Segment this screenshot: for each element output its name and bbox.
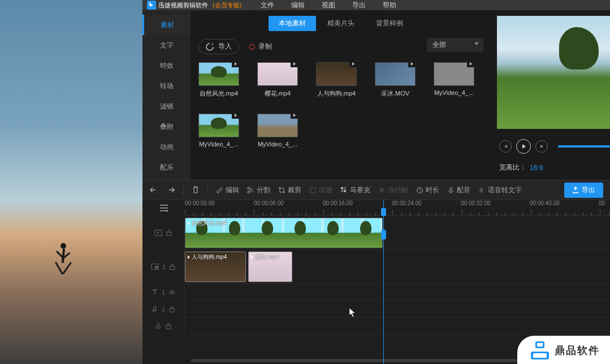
sidebar-item-filter[interactable]: 滤镜 bbox=[142, 96, 191, 116]
audio-track-head[interactable]: 1 bbox=[142, 301, 185, 318]
mic-track-icon bbox=[155, 323, 162, 330]
media-item[interactable]: MyVideo_4_... bbox=[198, 114, 239, 148]
sidebar-item-material[interactable]: 素材 bbox=[142, 15, 191, 35]
media-item[interactable]: 自然风光.mp4 bbox=[198, 62, 239, 98]
video-track-head[interactable] bbox=[142, 216, 185, 250]
media-item[interactable]: 人与狗狗.mp4 bbox=[316, 62, 357, 98]
app-version: (会员专版) bbox=[213, 1, 241, 10]
voice-track[interactable] bbox=[185, 318, 610, 335]
zoom-button[interactable]: 缩放 bbox=[309, 185, 332, 195]
snowflake-icon bbox=[378, 187, 386, 194]
record-button[interactable]: 录制 bbox=[249, 42, 272, 51]
speech-button[interactable]: 语音转文字 bbox=[478, 185, 522, 195]
eye-icon[interactable] bbox=[168, 289, 175, 296]
undo-button[interactable] bbox=[149, 186, 158, 194]
next-frame-button[interactable] bbox=[535, 140, 548, 153]
text-track[interactable] bbox=[185, 284, 610, 301]
media-item[interactable]: 樱花.mp4 bbox=[257, 62, 298, 98]
tracks-menu-icon[interactable] bbox=[159, 204, 169, 212]
import-button[interactable]: 导入 bbox=[198, 39, 239, 54]
menubar: 迅捷视频剪辑软件 (会员专版) 文件 编辑 视图 导出 帮助 bbox=[142, 0, 610, 10]
play-icon bbox=[349, 60, 357, 67]
audio-track[interactable] bbox=[185, 301, 610, 318]
timeline-clip[interactable]: 自然风光.mp4 bbox=[185, 218, 383, 248]
sidebar-item-text[interactable]: 文字 bbox=[142, 35, 191, 55]
play-button[interactable] bbox=[516, 139, 531, 154]
aspect-label: 宽高比： bbox=[499, 163, 526, 172]
lock-icon[interactable] bbox=[166, 229, 172, 236]
scissors-icon bbox=[247, 187, 254, 194]
menu-view[interactable]: 视图 bbox=[322, 1, 335, 10]
subtab-local[interactable]: 本地素材 bbox=[269, 16, 316, 31]
pip-track-icon bbox=[151, 263, 159, 270]
sidebar-item-effect[interactable]: 特效 bbox=[142, 55, 191, 76]
app-icon bbox=[147, 1, 156, 10]
play-icon bbox=[251, 255, 253, 259]
subtab-bg[interactable]: 背景样例 bbox=[366, 16, 413, 31]
media-item[interactable]: MyVideo_4_... bbox=[257, 114, 298, 148]
svg-rect-3 bbox=[341, 187, 343, 189]
text-track-head[interactable]: 1 bbox=[142, 284, 185, 301]
play-icon bbox=[188, 222, 190, 225]
mosaic-icon bbox=[340, 187, 348, 194]
voice-track-head[interactable] bbox=[142, 318, 185, 335]
split-button[interactable]: 分割 bbox=[247, 185, 270, 195]
speech-icon bbox=[478, 187, 486, 194]
prev-frame-button[interactable] bbox=[499, 140, 512, 153]
lock-icon[interactable] bbox=[165, 323, 172, 330]
pip-track[interactable]: 人与狗狗.mp4 樱花.mp4 bbox=[185, 250, 610, 284]
play-icon bbox=[188, 255, 190, 259]
play-icon bbox=[291, 60, 298, 67]
media-panel: 本地素材 精美片头 背景样例 导入 录制 全部 自然风光.mp bbox=[191, 10, 491, 180]
chevron-down-icon bbox=[474, 42, 479, 45]
freeze-button[interactable]: 冻结帧 bbox=[378, 185, 408, 195]
menu-help[interactable]: 帮助 bbox=[383, 1, 396, 10]
edit-button[interactable]: 编辑 bbox=[216, 185, 239, 195]
preview-panel: 宽高比： 16:9 bbox=[491, 10, 610, 180]
menu-file[interactable]: 文件 bbox=[261, 1, 274, 10]
media-item[interactable]: MyVideo_4_... bbox=[434, 62, 474, 98]
crop-icon bbox=[278, 187, 285, 194]
lock-icon[interactable] bbox=[169, 263, 176, 270]
export-button[interactable]: 导出 bbox=[564, 183, 603, 198]
crop-button[interactable]: 裁剪 bbox=[278, 185, 301, 195]
watermark-logo bbox=[531, 341, 549, 359]
svg-rect-8 bbox=[450, 188, 452, 191]
duration-button[interactable]: 时长 bbox=[416, 185, 439, 195]
record-icon bbox=[249, 44, 255, 50]
progress-bar[interactable] bbox=[558, 145, 610, 148]
svg-rect-5 bbox=[341, 190, 343, 192]
menu-export[interactable]: 导出 bbox=[352, 1, 366, 10]
redo-button[interactable] bbox=[166, 186, 175, 194]
play-icon bbox=[467, 60, 475, 67]
timeline-clip[interactable]: 樱花.mp4 bbox=[248, 252, 292, 282]
clock-icon bbox=[416, 187, 423, 194]
video-track[interactable]: 自然风光.mp4 bbox=[185, 216, 610, 250]
svg-point-16 bbox=[152, 310, 154, 312]
media-item[interactable]: 采冰.MOV bbox=[375, 62, 416, 98]
pip-track-head[interactable]: 1 bbox=[142, 250, 185, 284]
play-icon bbox=[232, 112, 240, 119]
svg-rect-10 bbox=[167, 232, 171, 236]
subtab-intro[interactable]: 精美片头 bbox=[317, 16, 365, 31]
export-icon bbox=[572, 187, 579, 193]
lock-icon[interactable] bbox=[168, 306, 175, 313]
sidebar-item-music[interactable]: 配乐 bbox=[142, 157, 191, 177]
background-photo bbox=[0, 0, 142, 364]
delete-button[interactable] bbox=[192, 186, 200, 194]
watermark: 鼎品软件 bbox=[517, 336, 610, 364]
sidebar-item-transition[interactable]: 转场 bbox=[142, 76, 191, 96]
timeline-ruler[interactable]: 00:00:00.00 00:00:08.00 00:00:16.00 00:0… bbox=[185, 200, 610, 216]
aspect-value[interactable]: 16:9 bbox=[530, 164, 543, 172]
svg-rect-19 bbox=[157, 323, 159, 327]
timeline-clip[interactable]: 人与狗狗.mp4 bbox=[185, 252, 246, 282]
playhead[interactable] bbox=[383, 200, 384, 364]
menu-edit[interactable]: 编辑 bbox=[291, 1, 305, 10]
sidebar-item-overlay[interactable]: 叠附 bbox=[142, 116, 191, 137]
preview-image bbox=[497, 16, 610, 129]
sidebar-item-animation[interactable]: 动画 bbox=[142, 137, 191, 157]
svg-rect-6 bbox=[344, 190, 346, 192]
filter-dropdown[interactable]: 全部 bbox=[427, 38, 483, 52]
mosaic-button[interactable]: 马赛克 bbox=[340, 185, 370, 195]
dub-button[interactable]: 配音 bbox=[447, 185, 470, 195]
